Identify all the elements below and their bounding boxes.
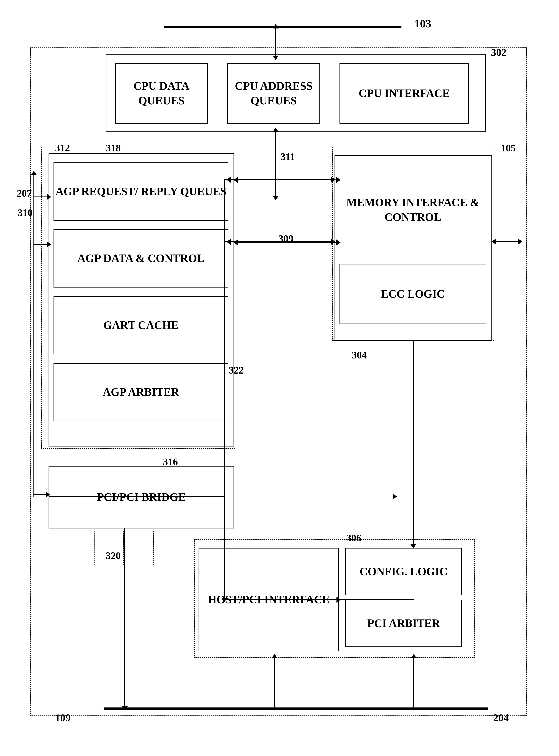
config-logic-label: CONFIG. LOGIC [360,564,447,579]
label-322: 322 [229,364,244,376]
arrow-head-right-out [518,239,522,244]
box-agp-data: AGP DATA & CONTROL [53,229,228,287]
label-309: 309 [278,233,293,244]
h-322-to-mem-top [224,179,335,180]
label-207: 207 [17,188,32,199]
box-memory-interface: MEMORY INTERFACE & CONTROL [339,165,486,255]
arrow-head-bus-up1 [271,654,277,658]
line-mem-down [413,341,414,548]
dashed-v1 [94,530,94,565]
box-pci-arbiter: PCI ARBITER [345,599,462,647]
line-pci-to-bottom [124,528,125,710]
agp-data-label: AGP DATA & CONTROL [77,251,205,266]
box-pci-bridge: PCI/PCI BRIDGE [49,466,234,528]
dashed-v2 [123,530,124,565]
pci-bridge-label: PCI/PCI BRIDGE [97,490,186,504]
arrow-head-bus-up2 [411,654,417,658]
left-bus-full [33,197,34,497]
label-109: 109 [55,712,71,724]
left-bus-207-v [33,175,34,198]
label-304: 304 [352,349,367,361]
label-306: 306 [346,532,361,544]
box-config-logic: CONFIG. LOGIC [345,548,462,595]
label-318: 318 [106,142,121,154]
agp-request-label: AGP REQUEST/ REPLY QUEUES [55,184,226,199]
line-322-top-ext [224,179,225,196]
box-ecc-logic: ECC LOGIC [339,264,486,324]
dashed-v3 [153,530,154,565]
arrow-head-from-mem-mid [226,239,231,245]
h-322-to-mem-mid [224,241,335,242]
arrow-head-322-right [393,494,397,499]
h-to-pci-bridge [49,496,224,497]
arrow-head-to-mem-mid [331,239,335,245]
arrow-head-pci-down [122,706,128,710]
label-103: 103 [415,17,431,30]
line-322-to-pci-v [224,496,225,532]
arrow-head-207-up [31,171,37,175]
agp-arbiter-label: AGP ARBITER [103,385,179,399]
dashed-pci-bridge-bottom [49,530,234,531]
arrow-bus-to-host-v2 [413,658,414,710]
arrow-head-207-right [47,194,51,200]
gart-cache-label: GART CACHE [104,318,178,333]
label-320: 320 [106,550,121,562]
box-agp-request: AGP REQUEST/ REPLY QUEUES [53,162,228,221]
memory-interface-label: MEMORY INTERFACE & CONTROL [339,195,486,224]
box-gart-cache: GART CACHE [53,296,228,354]
arrow-head-to-mem-top [331,176,335,183]
arrow-head-left-mid [47,241,51,247]
box-agp-arbiter: AGP ARBITER [53,363,228,421]
box-host-pci-interface: HOST/PCI INTERFACE [199,548,339,652]
box-304: MEMORY INTERFACE & CONTROL ECC LOGIC [335,155,492,341]
pci-arbiter-label: PCI ARBITER [367,616,440,631]
label-310: 310 [18,207,32,218]
ecc-logic-label: ECC LOGIC [381,287,445,301]
h-bottom-connector [274,708,414,709]
box-agp-inner: AGP REQUEST/ REPLY QUEUES AGP DATA & CON… [49,153,234,447]
host-pci-label: HOST/PCI INTERFACE [208,592,330,607]
label-204: 204 [493,712,509,724]
arrow-bus-to-host-v1 [274,658,275,710]
label-312: 312 [55,142,70,154]
arrow-head-from-mem-top [226,176,231,183]
arrow-head-right-in [492,239,496,244]
label-105: 105 [501,142,516,154]
diagram-container: 103 CPU DATA QUEUES CPU ADDRESS QUEUES C… [13,13,546,742]
top-bus-line [164,26,401,28]
